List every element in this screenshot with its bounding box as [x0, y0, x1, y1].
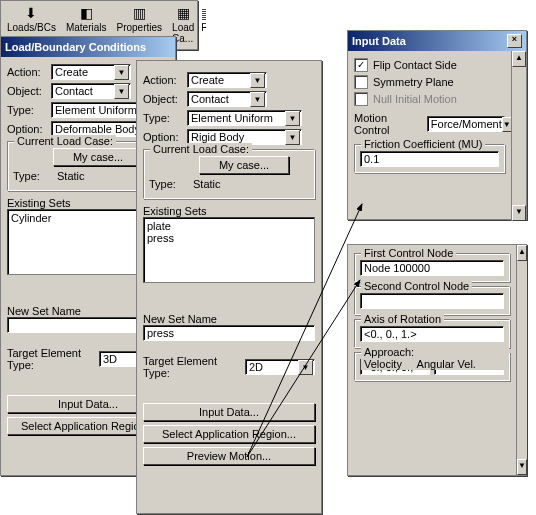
chevron-down-icon: ▼ [250, 73, 265, 88]
new-set-input-2[interactable]: press [143, 325, 315, 341]
chevron-down-icon: ▼ [250, 92, 265, 107]
action-combo[interactable]: Create▼ [51, 64, 131, 80]
symmetry-checkbox[interactable] [354, 75, 368, 89]
input-data-button-2[interactable]: Input Data... [143, 403, 315, 421]
properties-icon: ▥ [129, 4, 149, 22]
list-item[interactable]: plate [147, 220, 311, 232]
scroll-down-icon[interactable]: ▼ [517, 459, 527, 475]
action-label: Action: [7, 66, 51, 78]
type-label: Type: [7, 104, 51, 116]
option-label: Option: [7, 123, 51, 135]
scroll-down-icon[interactable]: ▼ [512, 205, 526, 221]
panel1-title: Load/Boundary Conditions [5, 41, 146, 53]
chevron-down-icon: ▼ [298, 360, 313, 375]
flip-checkbox[interactable]: ✓ [354, 58, 368, 72]
object-combo[interactable]: Contact▼ [51, 83, 131, 99]
scroll-up-icon[interactable]: ▲ [517, 245, 527, 261]
scroll-up-icon[interactable]: ▲ [512, 51, 526, 67]
second-control-node-input[interactable] [360, 293, 504, 309]
inputdata-title: Input Data [352, 35, 406, 47]
close-icon[interactable]: × [507, 34, 522, 48]
object-combo-2[interactable]: Contact▼ [187, 91, 267, 107]
object-label: Object: [7, 85, 51, 97]
loads-icon: ⬇ [21, 4, 41, 22]
panel1-titlebar: Load/Boundary Conditions [1, 37, 175, 57]
select-region-button-2[interactable]: Select Application Region... [143, 425, 315, 443]
chevron-down-icon: ▼ [285, 111, 300, 126]
scrollbar[interactable]: ▲ ▼ [511, 51, 526, 221]
list-item[interactable]: press [147, 232, 311, 244]
type-combo-2[interactable]: Element Uniform▼ [187, 110, 302, 126]
loadcase-button-2[interactable]: My case... [199, 156, 289, 174]
chevron-down-icon: ▼ [285, 130, 300, 145]
loadcases-icon: ▦ [173, 4, 193, 22]
chevron-down-icon: ▼ [114, 65, 129, 80]
scrollbar-2[interactable]: ▲ ▼ [516, 245, 527, 475]
first-control-node-input[interactable]: Node 100000 [360, 260, 504, 276]
target-elem-label: Target Element Type: [7, 347, 93, 371]
preview-motion-button[interactable]: Preview Motion... [143, 447, 315, 465]
friction-input[interactable]: 0.1 [360, 151, 499, 167]
inputdata-titlebar: Input Data × [348, 31, 526, 51]
loadcase-button[interactable]: My case... [53, 148, 143, 166]
toolbar-more[interactable]: ▤F [202, 3, 206, 45]
target-elem-combo-2[interactable]: 2D▼ [245, 359, 315, 375]
fields-icon: ▤ [202, 4, 206, 22]
materials-icon: ◧ [76, 4, 96, 22]
chevron-down-icon: ▼ [114, 84, 129, 99]
motion-control-combo[interactable]: Force/Moment▼ [427, 116, 505, 132]
current-load-case-group-2: Current Load Case: My case... Type:Stati… [143, 149, 315, 199]
null-motion-checkbox[interactable] [354, 92, 368, 106]
axis-input[interactable]: <0., 0., 1.> [360, 326, 504, 342]
action-combo-2[interactable]: Create▼ [187, 72, 267, 88]
existing-sets-list-2[interactable]: plate press [143, 217, 315, 283]
